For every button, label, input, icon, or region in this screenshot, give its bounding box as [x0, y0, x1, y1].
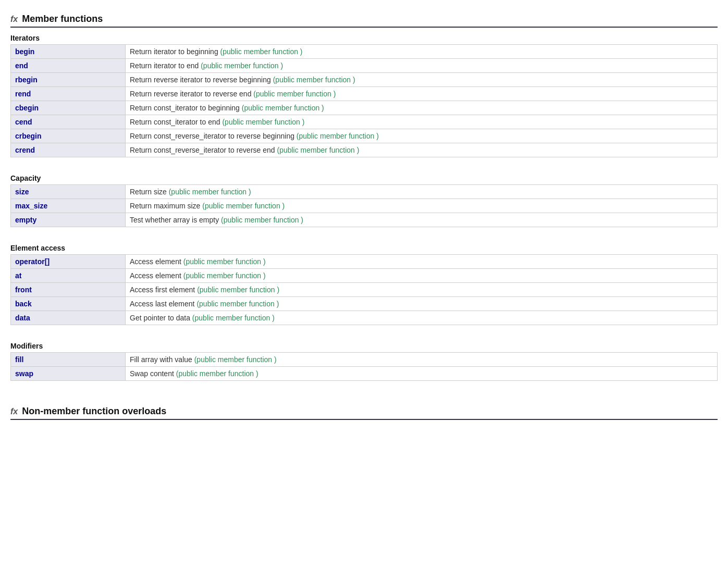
public-label: (public member function ) [183, 271, 266, 280]
public-label: (public member function ) [273, 76, 355, 84]
function-desc: Return iterator to beginning (public mem… [126, 45, 718, 59]
function-desc: Return const_reverse_iterator to reverse… [126, 143, 718, 157]
function-desc: Return iterator to end (public member fu… [126, 59, 718, 73]
table-row[interactable]: backAccess last element (public member f… [11, 297, 718, 311]
public-label: (public member function ) [201, 61, 283, 70]
table-row[interactable]: cendReturn const_iterator to end (public… [11, 115, 718, 129]
public-label: (public member function ) [176, 369, 258, 378]
member-functions-title: Member functions [22, 14, 103, 24]
function-name[interactable]: cend [11, 115, 126, 129]
fx-icon: fx [10, 15, 18, 24]
table-row[interactable]: frontAccess first element (public member… [11, 283, 718, 297]
member-functions-header: fx Member functions [10, 14, 718, 28]
table-row[interactable]: rbeginReturn reverse iterator to reverse… [11, 73, 718, 87]
public-label: (public member function ) [202, 202, 285, 210]
table-row[interactable]: emptyTest whether array is empty (public… [11, 213, 718, 227]
function-name[interactable]: cbegin [11, 101, 126, 115]
public-label: (public member function ) [220, 47, 303, 56]
function-name[interactable]: at [11, 269, 126, 283]
table-iterators: beginReturn iterator to beginning (publi… [10, 44, 718, 157]
table-capacity: sizeReturn size (public member function … [10, 184, 718, 227]
function-name[interactable]: swap [11, 367, 126, 381]
function-desc: Test whether array is empty (public memb… [126, 213, 718, 227]
table-row[interactable]: max_sizeReturn maximum size (public memb… [11, 199, 718, 213]
public-label: (public member function ) [183, 257, 266, 266]
function-desc: Fill array with value (public member fun… [126, 353, 718, 367]
public-label: (public member function ) [196, 300, 279, 308]
table-row[interactable]: atAccess element (public member function… [11, 269, 718, 283]
function-desc: Return maximum size (public member funct… [126, 199, 718, 213]
function-name[interactable]: end [11, 59, 126, 73]
public-label: (public member function ) [197, 286, 279, 294]
subsection-title-capacity: Capacity [10, 174, 718, 182]
function-name[interactable]: operator[] [11, 255, 126, 269]
subsection-title-iterators: Iterators [10, 34, 718, 42]
function-name[interactable]: empty [11, 213, 126, 227]
function-name[interactable]: rbegin [11, 73, 126, 87]
table-row[interactable]: fillFill array with value (public member… [11, 353, 718, 367]
function-desc: Swap content (public member function ) [126, 367, 718, 381]
fx-icon-2: fx [10, 407, 18, 416]
subsection-title-modifiers: Modifiers [10, 342, 718, 350]
public-label: (public member function ) [194, 355, 277, 364]
public-label: (public member function ) [242, 104, 324, 112]
table-row[interactable]: swapSwap content (public member function… [11, 367, 718, 381]
function-desc: Return const_reverse_iterator to reverse… [126, 129, 718, 143]
function-name[interactable]: back [11, 297, 126, 311]
function-desc: Return reverse iterator to reverse end (… [126, 87, 718, 101]
table-row[interactable]: beginReturn iterator to beginning (publi… [11, 45, 718, 59]
function-name[interactable]: data [11, 311, 126, 325]
public-label: (public member function ) [222, 118, 304, 126]
sections-container: IteratorsbeginReturn iterator to beginni… [10, 34, 718, 391]
table-row[interactable]: cbeginReturn const_iterator to beginning… [11, 101, 718, 115]
public-label: (public member function ) [277, 146, 359, 154]
non-member-functions-header: fx Non-member function overloads [10, 406, 718, 420]
function-desc: Access element (public member function ) [126, 269, 718, 283]
function-name[interactable]: fill [11, 353, 126, 367]
subsection-title-element-access: Element access [10, 244, 718, 252]
function-name[interactable]: size [11, 185, 126, 199]
public-label: (public member function ) [221, 216, 303, 224]
table-row[interactable]: dataGet pointer to data (public member f… [11, 311, 718, 325]
function-name[interactable]: front [11, 283, 126, 297]
function-desc: Access first element (public member func… [126, 283, 718, 297]
table-row[interactable]: crbeginReturn const_reverse_iterator to … [11, 129, 718, 143]
function-name[interactable]: crbegin [11, 129, 126, 143]
function-name[interactable]: begin [11, 45, 126, 59]
function-desc: Return const_iterator to end (public mem… [126, 115, 718, 129]
function-desc: Return reverse iterator to reverse begin… [126, 73, 718, 87]
table-element-access: operator[]Access element (public member … [10, 254, 718, 325]
function-desc: Get pointer to data (public member funct… [126, 311, 718, 325]
public-label: (public member function ) [253, 90, 336, 98]
table-row[interactable]: endReturn iterator to end (public member… [11, 59, 718, 73]
function-name[interactable]: crend [11, 143, 126, 157]
function-name[interactable]: rend [11, 87, 126, 101]
public-label: (public member function ) [192, 314, 275, 322]
non-member-functions-title: Non-member function overloads [22, 406, 166, 417]
table-modifiers: fillFill array with value (public member… [10, 352, 718, 381]
function-desc: Return const_iterator to beginning (publ… [126, 101, 718, 115]
function-name[interactable]: max_size [11, 199, 126, 213]
public-label: (public member function ) [297, 132, 379, 140]
table-row[interactable]: rendReturn reverse iterator to reverse e… [11, 87, 718, 101]
table-row[interactable]: operator[]Access element (public member … [11, 255, 718, 269]
public-label: (public member function ) [169, 188, 251, 196]
table-row[interactable]: sizeReturn size (public member function … [11, 185, 718, 199]
function-desc: Return size (public member function ) [126, 185, 718, 199]
table-row[interactable]: crendReturn const_reverse_iterator to re… [11, 143, 718, 157]
function-desc: Access element (public member function ) [126, 255, 718, 269]
function-desc: Access last element (public member funct… [126, 297, 718, 311]
